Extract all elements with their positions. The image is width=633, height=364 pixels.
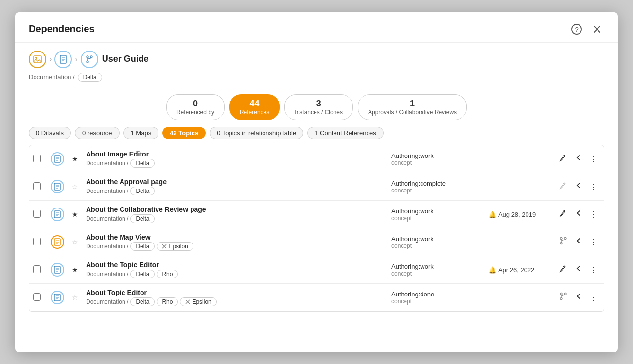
row-status-sub: concept: [391, 243, 481, 249]
more-button[interactable]: ⋮: [587, 180, 600, 193]
chip-topics-rel[interactable]: 0 Topics in relationship table: [210, 127, 303, 139]
chip-resource[interactable]: 0 resource: [75, 127, 119, 139]
row-checkbox[interactable]: [33, 238, 41, 245]
row-doc-icon: [51, 180, 64, 193]
row-doc-icon: [51, 263, 64, 277]
row-checkbox[interactable]: [33, 155, 41, 162]
back-arrow-button[interactable]: [572, 263, 585, 277]
row-sub: Documentation / Delta Epsilon: [86, 242, 384, 251]
row-star[interactable]: ☆: [72, 183, 78, 191]
row-title: About the Collaborative Review page: [86, 206, 384, 213]
help-button[interactable]: ?: [569, 22, 584, 36]
row-checkbox[interactable]: [33, 265, 41, 273]
row-date: Aug 28, 2019: [498, 211, 536, 218]
row-checkbox[interactable]: [33, 210, 41, 218]
row-status: Authoring:work: [391, 235, 481, 243]
row-star[interactable]: ☆: [72, 238, 78, 246]
row-tag-delta[interactable]: Delta: [130, 214, 155, 223]
back-arrow-button[interactable]: [572, 291, 585, 304]
edit-button[interactable]: [557, 263, 570, 277]
row-tag-delta[interactable]: Delta: [130, 270, 155, 278]
alarm-icon: 🔔: [489, 266, 496, 274]
back-arrow-button[interactable]: [572, 208, 585, 221]
row-tag-epsilon[interactable]: Epsilon: [157, 242, 193, 251]
table-row: ☆ About the Approval page Documentation …: [29, 173, 604, 201]
row-status: Authoring:work: [391, 208, 481, 215]
row-title: About the Approval page: [86, 178, 384, 186]
row-doc-icon-locked: [51, 235, 64, 249]
row-title: About the Map View: [86, 233, 384, 241]
row-star[interactable]: ★: [72, 266, 78, 274]
edit-button[interactable]: [557, 180, 570, 193]
row-actions: ⋮: [557, 263, 600, 277]
tab-instances-clones[interactable]: 3 Instances / Clones: [284, 94, 353, 121]
fork-button[interactable]: [557, 291, 570, 304]
row-actions: ⋮: [557, 152, 600, 166]
row-sub: Documentation / Delta Rho Epsilon: [86, 297, 384, 306]
table-row: ★ About Image Editor Documentation / Del…: [29, 145, 604, 173]
row-title: About Image Editor: [86, 150, 384, 158]
breadcrumb-title: User Guide: [102, 54, 149, 64]
row-title: About Topic Editor: [86, 289, 384, 296]
back-arrow-button[interactable]: [572, 152, 585, 166]
row-status: Authoring:work: [391, 263, 481, 270]
row-star[interactable]: ★: [72, 155, 78, 163]
table-scroll[interactable]: ★ About Image Editor Documentation / Del…: [29, 145, 604, 311]
row-tag-rho[interactable]: Rho: [157, 270, 178, 278]
row-sub: Documentation / Delta: [86, 214, 384, 223]
chip-maps[interactable]: 1 Maps: [123, 127, 159, 139]
breadcrumb-sub-prefix: Documentation /: [29, 73, 75, 81]
more-button[interactable]: ⋮: [587, 208, 600, 221]
row-status-sub: concept: [391, 187, 481, 194]
row-sub-prefix: Documentation /: [86, 271, 128, 277]
row-sub-prefix: Documentation /: [86, 160, 128, 167]
svg-point-12: [90, 56, 92, 58]
row-sub: Documentation / Delta: [86, 187, 384, 195]
edit-button[interactable]: [557, 208, 570, 221]
back-arrow-button[interactable]: [572, 180, 585, 193]
svg-text:?: ?: [575, 26, 578, 33]
fork-button[interactable]: [557, 235, 570, 249]
chip-ditavals[interactable]: 0 Ditavals: [29, 127, 71, 139]
tab-references[interactable]: 44 References: [229, 94, 280, 121]
row-checkbox[interactable]: [33, 293, 41, 301]
close-button[interactable]: [590, 22, 604, 36]
edit-button[interactable]: [557, 152, 570, 166]
row-tag-delta[interactable]: Delta: [130, 159, 155, 168]
row-star[interactable]: ★: [72, 210, 78, 218]
svg-point-34: [564, 238, 566, 240]
breadcrumb-branch-icon[interactable]: [81, 51, 98, 68]
chip-content-refs[interactable]: 1 Content References: [307, 127, 383, 139]
row-star[interactable]: ☆: [72, 294, 78, 301]
row-sub-prefix: Documentation /: [86, 243, 128, 250]
tab-referenced-by[interactable]: 0 Referenced by: [166, 94, 225, 121]
tab-bar: 0 Referenced by 44 References 3 Instance…: [15, 88, 618, 124]
tab-approvals[interactable]: 1 Approvals / Collaborative Reviews: [358, 94, 467, 121]
row-sub-prefix: Documentation /: [86, 298, 128, 305]
chip-topics[interactable]: 42 Topics: [162, 127, 206, 139]
back-arrow-button[interactable]: [572, 235, 585, 249]
row-status: Authoring:done: [391, 291, 481, 298]
more-button[interactable]: ⋮: [587, 153, 600, 166]
row-actions: ⋮: [557, 208, 600, 221]
row-status-sub: concept: [391, 270, 481, 277]
row-tag-epsilon-crossed[interactable]: Epsilon: [180, 297, 216, 306]
row-status-sub: concept: [391, 159, 481, 166]
breadcrumb-image-icon[interactable]: [29, 51, 46, 68]
breadcrumb-doc-icon[interactable]: [54, 51, 72, 68]
more-button[interactable]: ⋮: [587, 236, 600, 249]
svg-point-32: [560, 238, 562, 240]
more-button[interactable]: ⋮: [587, 263, 600, 277]
alarm-icon: 🔔: [489, 211, 496, 218]
breadcrumb-delta-tag[interactable]: Delta: [78, 73, 102, 82]
row-checkbox[interactable]: [33, 182, 41, 190]
row-tag-delta[interactable]: Delta: [130, 242, 155, 251]
more-button[interactable]: ⋮: [587, 291, 600, 304]
table-row: ☆ About the Map View Documentation / Del…: [29, 228, 604, 256]
row-tag-rho[interactable]: Rho: [157, 297, 178, 306]
row-status: Authoring:complete: [391, 180, 481, 187]
breadcrumb-sep2: ›: [75, 55, 77, 64]
row-tag-delta[interactable]: Delta: [130, 297, 155, 306]
row-tag-delta[interactable]: Delta: [130, 187, 155, 195]
row-status-sub: concept: [391, 298, 481, 305]
